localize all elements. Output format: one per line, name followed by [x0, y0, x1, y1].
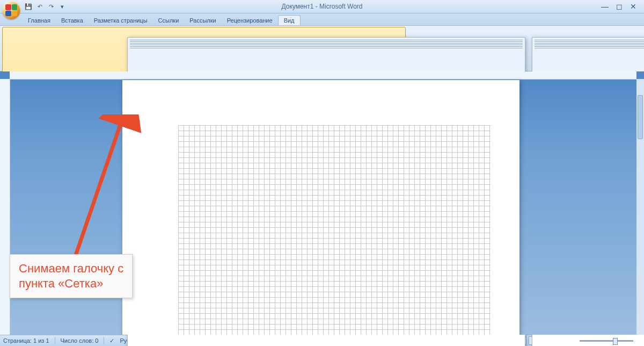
ribbon: Разметка страницы Режим чтения Веб-докум… [0, 26, 644, 71]
titlebar: 💾 ↶ ↷ ▾ Документ1 - Microsoft Word — ◻ ✕ [0, 0, 644, 13]
app-window: 💾 ↶ ↷ ▾ Документ1 - Microsoft Word — ◻ ✕… [0, 0, 644, 346]
vertical-scrollbar[interactable] [636, 79, 644, 335]
close-button[interactable]: ✕ [630, 2, 636, 11]
save-icon[interactable]: 💾 [24, 2, 33, 11]
tab-insert[interactable]: Вставка [56, 16, 89, 25]
office-logo-icon [5, 4, 17, 16]
undo-icon[interactable]: ↶ [35, 2, 45, 11]
quick-access-toolbar: 💾 ↶ ↷ ▾ [24, 2, 67, 11]
document-area: Снимаем галочку с пункта «Сетка» [0, 71, 644, 335]
group-document-views: Разметка страницы Режим чтения Веб-докум… [0, 26, 644, 71]
document-page[interactable] [122, 80, 519, 335]
tab-references[interactable]: Ссылки [153, 16, 185, 25]
status-spellcheck-icon[interactable]: ✓ [109, 337, 114, 344]
minimize-button[interactable]: — [601, 2, 609, 11]
zoom-slider-thumb[interactable] [613, 338, 618, 345]
tab-review[interactable]: Рецензирование [222, 16, 278, 25]
office-button[interactable] [2, 1, 20, 19]
tab-page-layout[interactable]: Разметка страницы [89, 16, 153, 25]
gridlines [178, 125, 491, 335]
window-title: Документ1 - Microsoft Word [281, 3, 362, 10]
horizontal-ruler[interactable] [10, 71, 636, 80]
scrollbar-thumb[interactable] [638, 95, 643, 139]
ribbon-tabs: Главная Вставка Разметка страницы Ссылки… [0, 13, 644, 26]
redo-icon[interactable]: ↷ [46, 2, 56, 11]
zoom-slider[interactable] [580, 340, 633, 342]
vertical-ruler[interactable] [0, 79, 10, 335]
svg-line-0 [75, 119, 122, 257]
window-controls: — ◻ ✕ [601, 2, 644, 11]
tab-view[interactable]: Вид [278, 15, 301, 25]
qat-customize-icon[interactable]: ▾ [57, 2, 67, 11]
maximize-button[interactable]: ◻ [616, 2, 623, 11]
callout-line1: Снимаем галочку с [19, 261, 123, 276]
tab-home[interactable]: Главная [23, 16, 56, 25]
annotation-callout: Снимаем галочку с пункта «Сетка» [10, 254, 133, 298]
status-page[interactable]: Страница: 1 из 1 [3, 337, 49, 344]
tab-mailings[interactable]: Рассылки [184, 16, 221, 25]
status-word-count[interactable]: Число слов: 0 [61, 337, 99, 344]
callout-line2: пункта «Сетка» [19, 276, 123, 291]
